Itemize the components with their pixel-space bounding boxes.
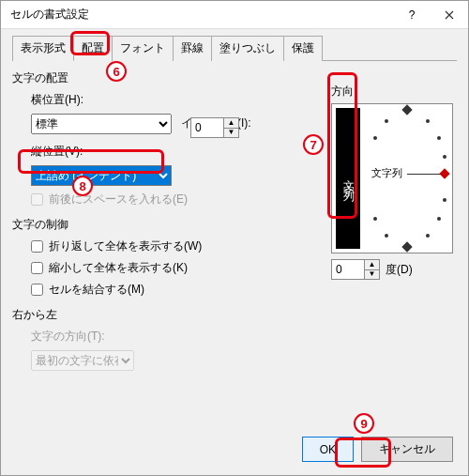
help-button[interactable]: ?: [393, 1, 431, 29]
titlebar: セルの書式設定 ?: [1, 1, 468, 29]
distribute-label: 前後にスペースを入れる(E): [49, 192, 188, 207]
indent-spinner[interactable]: ▲ ▼: [190, 117, 239, 138]
merge-checkbox[interactable]: [31, 284, 43, 296]
wrap-label: 折り返して全体を表示する(W): [49, 238, 202, 254]
orientation-box[interactable]: 文字列 文字列: [331, 103, 453, 253]
vertical-align-select[interactable]: 上詰め (インデント): [31, 165, 172, 186]
tab-border[interactable]: 罫線: [173, 36, 212, 61]
degree-down[interactable]: ▼: [365, 269, 379, 280]
degree-spinner[interactable]: ▲ ▼: [331, 259, 380, 280]
orientation-horizontal-label: 文字列: [371, 166, 402, 180]
orientation-dial[interactable]: 文字列: [364, 104, 452, 253]
degree-label: 度(D): [386, 262, 413, 278]
close-icon: [445, 10, 454, 20]
dialog-window: セルの書式設定 ? 表示形式 配置 フォント 罫線 塗りつぶし 保護 文字の配置…: [0, 0, 469, 476]
close-button[interactable]: [431, 1, 468, 29]
cancel-button[interactable]: キャンセル: [361, 437, 453, 462]
ok-button[interactable]: OK: [302, 437, 354, 462]
shrink-label: 縮小して全体を表示する(K): [49, 260, 188, 276]
distribute-checkbox: [31, 193, 43, 206]
shrink-checkbox[interactable]: [31, 262, 43, 274]
indent-value[interactable]: [191, 118, 223, 137]
rtl-section-label: 右から左: [12, 307, 457, 323]
orientation-panel: 方向 文字列 文字列: [331, 84, 453, 280]
horizontal-align-select[interactable]: 標準: [31, 114, 172, 134]
indent-down[interactable]: ▼: [224, 128, 238, 138]
tab-fill[interactable]: 塗りつぶし: [211, 36, 284, 61]
degree-value[interactable]: [332, 260, 364, 279]
dialog-content: 表示形式 配置 フォント 罫線 塗りつぶし 保護 文字の配置 横位置(H): 標…: [1, 29, 468, 475]
tab-strip: 表示形式 配置 フォント 罫線 塗りつぶし 保護: [12, 35, 457, 61]
wrap-checkbox[interactable]: [31, 240, 43, 253]
degree-up[interactable]: ▲: [365, 260, 379, 269]
tab-font[interactable]: フォント: [112, 36, 174, 61]
button-row: OK キャンセル: [302, 437, 453, 462]
orientation-label: 方向: [331, 84, 453, 100]
tab-number-format[interactable]: 表示形式: [12, 36, 74, 61]
vertical-text-button[interactable]: 文字列: [336, 108, 360, 249]
annotation-9: 9: [354, 413, 374, 434]
text-direction-label: 文字の方向(T):: [31, 329, 457, 345]
merge-label: セルを結合する(M): [49, 282, 144, 298]
vertical-text-label: 文字列: [340, 170, 356, 187]
text-direction-select: 最初の文字に依存: [31, 350, 134, 371]
window-title: セルの書式設定: [10, 7, 393, 23]
tab-protection[interactable]: 保護: [283, 36, 323, 61]
indent-up[interactable]: ▲: [224, 118, 238, 128]
tab-alignment[interactable]: 配置: [73, 36, 113, 61]
